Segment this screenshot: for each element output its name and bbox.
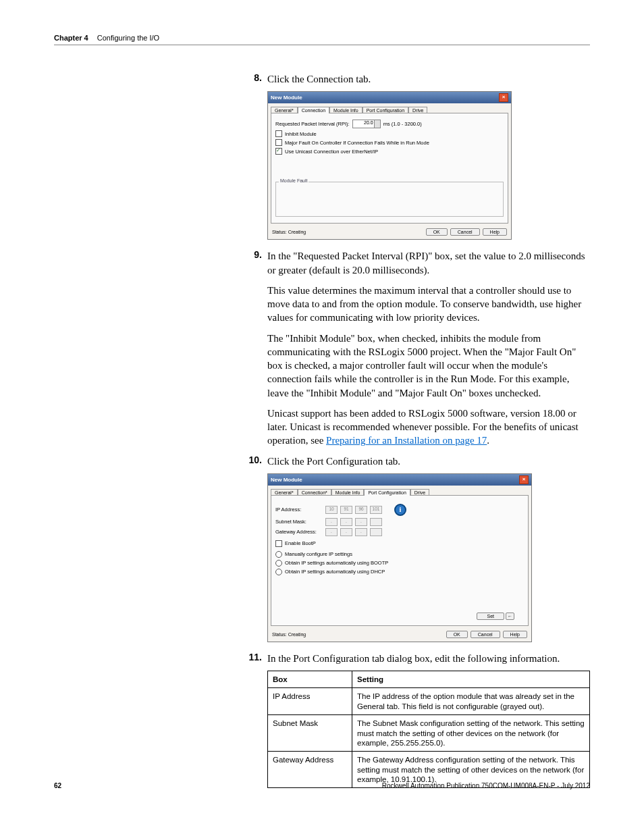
help-button[interactable]: Help <box>503 631 527 638</box>
step-number: 8. <box>243 72 267 86</box>
close-icon[interactable]: × <box>499 93 508 102</box>
dialog-body: IP Address: 10 91 96 101 i Subnet Mask: … <box>271 495 529 626</box>
paragraph: The "Inhibit Module" box, when checked, … <box>267 332 590 400</box>
major-fault-label: Major Fault On Controller If Connection … <box>285 140 429 146</box>
gateway-octet[interactable]: . <box>325 528 338 536</box>
cancel-button[interactable]: Cancel <box>450 228 480 236</box>
paragraph: Unicast support has been added to RSLogi… <box>267 407 590 448</box>
table-header-row: Box Setting <box>268 671 590 688</box>
gateway-address-label: Gateway Address: <box>275 529 323 535</box>
page-number: 62 <box>54 782 61 789</box>
dhcp-label: Obtain IP settings automatically using D… <box>285 569 385 575</box>
settings-table: Box Setting IP Address The IP address of… <box>267 671 590 788</box>
paragraph-text: . <box>487 435 489 446</box>
module-fault-label: Module Fault <box>279 178 308 183</box>
step-10: 10. Click the Port Configuration tab. <box>243 454 590 468</box>
table-row: Subnet Mask The Subnet Mask configuratio… <box>268 715 590 752</box>
ip-octet-2: 91 <box>340 506 352 514</box>
dialog-body: Requested Packet Interval (RPI): 20.0 ms… <box>271 113 508 224</box>
step-text: In the "Requested Packet Interval (RPI)"… <box>267 249 590 277</box>
table-row: IP Address The IP address of the option … <box>268 688 590 715</box>
dialog-title: New Module <box>271 95 302 101</box>
dhcp-radio[interactable] <box>275 569 282 575</box>
manual-ip-label: Manually configure IP settings <box>285 551 352 557</box>
table-cell-box: IP Address <box>268 688 352 715</box>
rpi-unit: ms (1.0 - 3200.0) <box>383 121 422 127</box>
cancel-button[interactable]: Cancel <box>471 631 500 638</box>
step-text: Click the Port Configuration tab. <box>267 454 400 468</box>
step-number: 10. <box>243 454 267 468</box>
help-button[interactable]: Help <box>483 228 507 236</box>
step-11: 11. In the Port Configuration tab dialog… <box>243 652 590 665</box>
enable-bootp-checkbox[interactable] <box>275 540 282 547</box>
tab-connection[interactable]: Connection <box>298 107 329 113</box>
step-9: 9. In the "Requested Packet Interval (RP… <box>243 249 590 277</box>
table-cell-box: Subnet Mask <box>268 715 352 752</box>
dialog-titlebar: New Module × <box>268 92 511 103</box>
page-header: Chapter 4 Configuring the I/O <box>54 34 590 45</box>
unicast-label: Use Unicast Connection over EtherNet/IP <box>285 149 378 155</box>
status-text: Status: Creating <box>272 230 306 234</box>
inhibit-module-checkbox[interactable] <box>275 130 282 137</box>
chapter-label: Chapter 4 <box>54 34 88 42</box>
content-column: 8. Click the Connection tab. New Module … <box>243 72 590 788</box>
ip-octet-4: 101 <box>370 506 382 514</box>
table-cell-setting: The Subnet Mask configuration setting of… <box>352 715 590 752</box>
table-header-box: Box <box>268 671 352 688</box>
page-footer: 62 Rockwell Automation Publication 750CO… <box>54 782 590 789</box>
tab-port-configuration[interactable]: Port Configuration <box>364 489 410 496</box>
ip-address-label: IP Address: <box>275 506 323 513</box>
rpi-input[interactable]: 20.0 <box>352 120 381 128</box>
inhibit-module-label: Inhibit Module <box>285 131 317 137</box>
status-text: Status: Creating <box>272 632 306 637</box>
step-number: 11. <box>243 652 267 665</box>
info-icon[interactable]: i <box>394 504 406 516</box>
subnet-octet[interactable] <box>370 518 382 526</box>
enable-bootp-label: Enable BootP <box>285 540 316 546</box>
bootp-label: Obtain IP settings automatically using B… <box>285 560 388 566</box>
dialog-footer: Status: Creating OK Cancel Help <box>268 629 531 642</box>
ip-octet-1: 10 <box>325 506 338 514</box>
rpi-label: Requested Packet Interval (RPI): <box>275 121 350 127</box>
publication-id: Rockwell Automation Publication 750COM-U… <box>382 782 590 789</box>
step-text: In the Port Configuration tab dialog box… <box>267 652 560 665</box>
dialog-title: New Module <box>271 477 302 483</box>
ok-button[interactable]: OK <box>446 631 468 638</box>
new-module-dialog-connection: New Module × General* Connection Module … <box>267 91 512 240</box>
gateway-octet[interactable] <box>370 528 382 536</box>
paragraph: This value determines the maximum interv… <box>267 284 590 325</box>
step-8: 8. Click the Connection tab. <box>243 72 590 86</box>
dialog-titlebar: New Module × <box>268 474 531 486</box>
dialog-tabs: General* Connection Module Info Port Con… <box>271 106 508 113</box>
dialog-tabs: General* Connection* Module Info Port Co… <box>271 488 529 495</box>
bootp-radio[interactable] <box>275 560 282 567</box>
subnet-octet[interactable]: . <box>325 518 338 526</box>
gateway-octet[interactable]: . <box>340 528 352 536</box>
new-module-dialog-port-config: New Module × General* Connection* Module… <box>267 473 532 642</box>
set-arrow-button[interactable]: ← <box>506 613 514 620</box>
close-icon[interactable]: × <box>519 475 529 484</box>
step-text: Click the Connection tab. <box>267 72 371 86</box>
subnet-mask-label: Subnet Mask: <box>275 519 323 525</box>
table-cell-setting: The IP address of the option module that… <box>352 688 590 715</box>
unicast-checkbox[interactable] <box>275 148 282 155</box>
preparing-installation-link[interactable]: Preparing for an Installation on page 17 <box>326 435 487 446</box>
dialog-footer: Status: Creating OK Cancel Help <box>268 226 511 239</box>
major-fault-checkbox[interactable] <box>275 139 282 146</box>
ip-octet-3: 96 <box>355 506 367 514</box>
table-header-setting: Setting <box>352 671 590 688</box>
set-button[interactable]: Set <box>477 613 504 620</box>
subnet-octet[interactable]: . <box>340 518 352 526</box>
module-fault-fieldset: Module Fault <box>275 182 504 217</box>
subnet-octet[interactable]: . <box>355 518 367 526</box>
gateway-octet[interactable]: . <box>355 528 367 536</box>
chapter-title: Configuring the I/O <box>97 34 159 42</box>
step-number: 9. <box>243 249 267 277</box>
manual-ip-radio[interactable] <box>275 551 282 558</box>
ok-button[interactable]: OK <box>426 228 448 236</box>
